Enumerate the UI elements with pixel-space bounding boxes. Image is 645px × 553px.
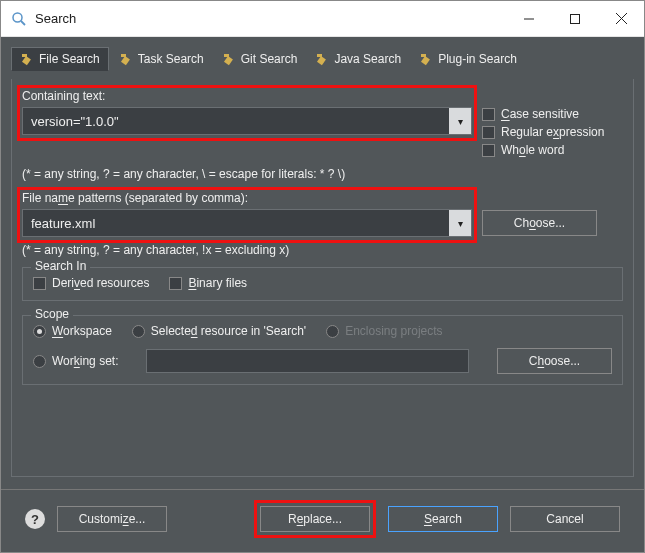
search-icon-title	[11, 11, 27, 27]
whole-word-checkbox[interactable]: Whole word	[482, 143, 604, 157]
tab-bar: File Search Task Search Git Search Java …	[11, 47, 634, 71]
file-patterns-wrap: ▾	[22, 209, 472, 237]
chevron-down-icon[interactable]: ▾	[449, 108, 471, 134]
containing-text-label: Containing text:	[22, 89, 623, 103]
scope-legend: Scope	[31, 307, 73, 321]
radio-icon	[33, 355, 46, 368]
binary-files-checkbox[interactable]: Binary files	[169, 276, 247, 290]
svg-line-1	[21, 21, 25, 25]
derived-resources-checkbox[interactable]: Derived resources	[33, 276, 149, 290]
scope-enclosing-radio: Enclosing projects	[326, 324, 442, 338]
search-dialog: Search File Search Task Search Git Searc…	[0, 0, 645, 553]
window-title: Search	[35, 11, 506, 26]
file-patterns-hint: (* = any string, ? = any character, !x =…	[22, 243, 623, 257]
search-in-group: Search In Derived resources Binary files	[22, 267, 623, 301]
tab-file-search[interactable]: File Search	[11, 47, 109, 71]
svg-rect-13	[317, 56, 326, 65]
cancel-button[interactable]: Cancel	[510, 506, 620, 532]
regex-checkbox[interactable]: Regular expression	[482, 125, 604, 139]
dialog-footer: ? Customize... Replace... Search Cancel	[11, 490, 634, 552]
containing-text-input[interactable]	[23, 108, 449, 134]
tab-java-search[interactable]: Java Search	[307, 47, 409, 71]
replace-button[interactable]: Replace...	[260, 506, 370, 532]
scope-working-set-radio[interactable]: Working set:	[33, 354, 118, 368]
tab-plugin-search[interactable]: Plug-in Search	[411, 47, 525, 71]
flashlight-icon	[315, 52, 329, 66]
containing-text-combo[interactable]: ▾	[22, 107, 472, 135]
tab-task-search[interactable]: Task Search	[111, 47, 212, 71]
help-icon[interactable]: ?	[25, 509, 45, 529]
flashlight-icon	[20, 52, 34, 66]
titlebar: Search	[1, 1, 644, 37]
svg-rect-7	[22, 56, 31, 65]
close-button[interactable]	[598, 1, 644, 37]
radio-icon	[33, 325, 46, 338]
radio-icon	[132, 325, 145, 338]
svg-rect-3	[571, 14, 580, 23]
radio-icon	[326, 325, 339, 338]
client-area: File Search Task Search Git Search Java …	[1, 37, 644, 552]
search-button[interactable]: Search	[388, 506, 498, 532]
svg-rect-11	[224, 56, 233, 65]
checkbox-icon	[482, 126, 495, 139]
choose-working-set-button[interactable]: Choose...	[497, 348, 612, 374]
case-sensitive-checkbox[interactable]: CCase sensitivease sensitive	[482, 107, 604, 121]
tab-label: Git Search	[241, 52, 298, 66]
flashlight-icon	[119, 52, 133, 66]
window-controls	[506, 1, 644, 37]
file-patterns-combo[interactable]: ▾	[22, 209, 472, 237]
svg-rect-15	[421, 56, 430, 65]
scope-selected-radio[interactable]: Selected resource in 'Search'	[132, 324, 306, 338]
svg-rect-9	[121, 56, 130, 65]
maximize-button[interactable]	[552, 1, 598, 37]
highlight-annotation: Replace...	[254, 500, 376, 538]
working-set-input[interactable]	[146, 349, 469, 373]
checkbox-icon	[482, 144, 495, 157]
containing-text-wrap: ▾	[22, 107, 472, 135]
tab-label: Plug-in Search	[438, 52, 517, 66]
svg-point-0	[13, 13, 22, 22]
tab-git-search[interactable]: Git Search	[214, 47, 306, 71]
scope-group: Scope Workspace Selected resource in 'Se…	[22, 315, 623, 385]
customize-button[interactable]: Customize...	[57, 506, 167, 532]
flashlight-icon	[419, 52, 433, 66]
file-patterns-label: File name patterns (separated by comma):	[22, 191, 623, 205]
checkbox-icon	[482, 108, 495, 121]
tab-label: File Search	[39, 52, 100, 66]
checkbox-icon	[33, 277, 46, 290]
search-in-legend: Search In	[31, 259, 90, 273]
checkbox-icon	[169, 277, 182, 290]
tab-label: Java Search	[334, 52, 401, 66]
containing-text-hint: (* = any string, ? = any character, \ = …	[22, 167, 623, 181]
file-patterns-input[interactable]	[23, 210, 449, 236]
flashlight-icon	[222, 52, 236, 66]
scope-workspace-radio[interactable]: Workspace	[33, 324, 112, 338]
chevron-down-icon[interactable]: ▾	[449, 210, 471, 236]
tab-label: Task Search	[138, 52, 204, 66]
search-options: CCase sensitivease sensitive Regular exp…	[482, 107, 604, 161]
minimize-button[interactable]	[506, 1, 552, 37]
choose-patterns-button[interactable]: Choose...	[482, 210, 597, 236]
file-search-panel: Containing text: ▾ CCase sensitivease se…	[11, 79, 634, 477]
